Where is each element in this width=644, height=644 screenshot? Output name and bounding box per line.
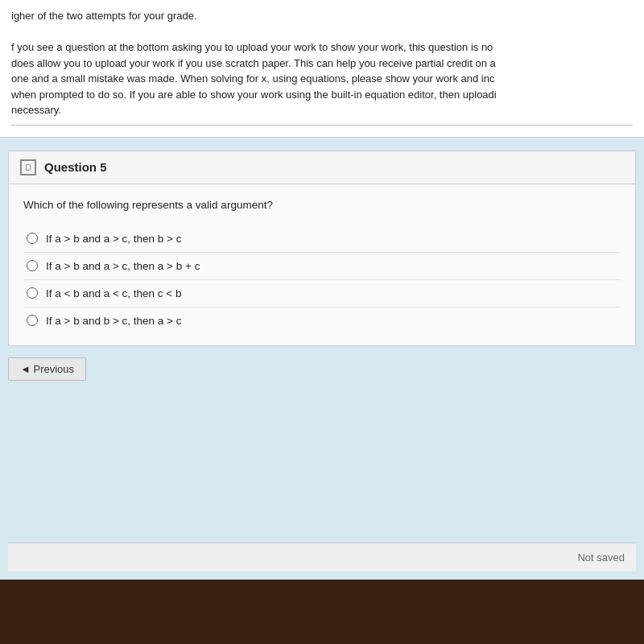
option-text-3: If a < b and a < c, then c < b: [46, 287, 182, 299]
divider: [11, 125, 633, 126]
instruction-line-5: when prompted to do so. If you are able …: [11, 87, 633, 103]
question-prompt: Which of the following represents a vali…: [23, 199, 621, 211]
option-text-1: If a > b and a > c, then b > c: [46, 233, 182, 245]
instruction-line-4: one and a small mistake was made. When s…: [11, 71, 633, 87]
question-icon: D: [20, 159, 36, 175]
question-header: D Question 5: [9, 151, 635, 184]
question-title: Question 5: [44, 160, 107, 174]
instruction-line-6: necessary.: [11, 102, 633, 118]
option-text-4: If a > b and b > c, then a > c: [46, 315, 182, 327]
options-list: If a > b and a > c, then b > c If a > b …: [23, 225, 621, 334]
navigation-area: ◄ Previous: [8, 357, 636, 381]
page-wrapper: igher of the two attempts for your grade…: [0, 0, 644, 644]
bottom-bar: Not saved: [8, 543, 636, 572]
option-item-1[interactable]: If a > b and a > c, then b > c: [23, 225, 621, 252]
instructions-area: igher of the two attempts for your grade…: [0, 0, 644, 138]
radio-button-4[interactable]: [27, 315, 38, 326]
instruction-line-3: does allow you to upload your work if yo…: [11, 56, 633, 72]
instruction-line-1: igher of the two attempts for your grade…: [11, 8, 633, 24]
not-saved-status: Not saved: [577, 551, 625, 564]
radio-button-3[interactable]: [27, 287, 38, 299]
radio-button-2[interactable]: [27, 260, 38, 271]
main-content: D Question 5 Which of the following repr…: [0, 138, 644, 580]
option-item-3[interactable]: If a < b and a < c, then c < b: [23, 279, 621, 307]
question-card: D Question 5 Which of the following repr…: [8, 151, 636, 346]
previous-button[interactable]: ◄ Previous: [8, 357, 86, 381]
option-text-2: If a > b and a > c, then a > b + c: [46, 260, 200, 272]
radio-button-1[interactable]: [27, 233, 38, 244]
option-item-4[interactable]: If a > b and b > c, then a > c: [23, 307, 621, 334]
instruction-line-2: f you see a question at the bottom askin…: [11, 39, 633, 56]
option-item-2[interactable]: If a > b and a > c, then a > b + c: [23, 252, 621, 279]
dark-bottom-bar: [0, 580, 644, 644]
question-body: Which of the following represents a vali…: [9, 184, 635, 345]
